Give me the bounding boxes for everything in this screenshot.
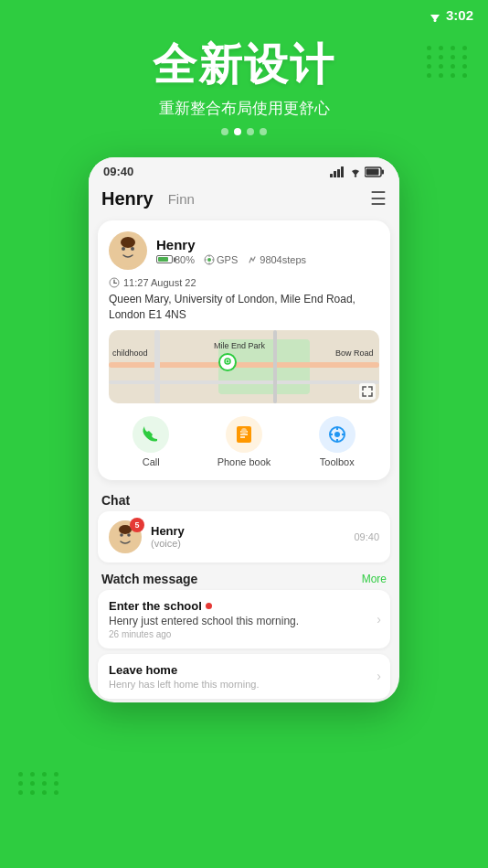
toolbox-icon xyxy=(327,424,347,445)
map-container[interactable]: childhood Mile End Park Bow Road xyxy=(109,330,379,403)
svg-rect-3 xyxy=(330,174,333,177)
signal-icon xyxy=(330,166,346,177)
phone-time: 09:40 xyxy=(103,165,133,178)
gps-label: GPS xyxy=(217,254,238,265)
battery-stat: 80% xyxy=(156,254,195,265)
red-dot-indicator xyxy=(206,603,212,609)
map-pin-icon xyxy=(222,357,233,368)
enter-school-title-text: Enter the school xyxy=(109,599,202,613)
svg-rect-6 xyxy=(341,166,344,177)
enter-school-title: Enter the school xyxy=(109,599,379,613)
enter-school-text: Henry just entered school this morning. xyxy=(109,615,379,627)
more-button[interactable]: More xyxy=(362,573,387,585)
steps-stat: 9804steps xyxy=(247,254,306,265)
phone-mockup: 09:40 xyxy=(89,157,399,702)
phone-battery-icon xyxy=(365,166,385,177)
dot-1[interactable] xyxy=(221,128,228,135)
battery-value: 80% xyxy=(175,254,195,265)
svg-point-25 xyxy=(227,359,229,362)
menu-icon[interactable]: ☰ xyxy=(370,188,387,209)
pagination-dots xyxy=(0,128,488,135)
watch-message-header: Watch message More xyxy=(89,568,399,590)
map-road-secondary xyxy=(109,380,379,384)
steps-value: 9804steps xyxy=(260,254,306,265)
chat-section-label: Chat xyxy=(89,488,399,511)
svg-point-2 xyxy=(433,19,436,22)
child-info-row: Henry 80% xyxy=(109,231,379,270)
chat-item[interactable]: 5 Henry (voice) 09:40 xyxy=(98,511,390,563)
phone-mockup-wrapper: 09:40 xyxy=(0,157,488,702)
watch-message-label: Watch message xyxy=(101,572,197,586)
svg-point-39 xyxy=(127,533,131,537)
enter-school-time: 26 minutes ago xyxy=(109,629,379,639)
deco-dots-left xyxy=(18,772,61,795)
map-label-park: Mile End Park xyxy=(214,341,265,350)
svg-point-38 xyxy=(120,533,123,537)
child-stats: 80% GPS xyxy=(156,254,306,265)
map-road-main xyxy=(109,362,379,368)
phonebook-button[interactable]: Phone book xyxy=(217,416,271,467)
location-time-text: 11:27 August 22 xyxy=(123,277,196,288)
svg-point-7 xyxy=(355,175,356,177)
clock-icon xyxy=(109,277,120,288)
hero-section: 全新设计 重新整合布局使用更舒心 xyxy=(0,27,488,143)
location-time: 11:27 August 22 xyxy=(109,277,379,288)
call-icon xyxy=(133,416,169,453)
svg-rect-10 xyxy=(366,168,379,175)
hero-subtitle: 重新整合布局使用更舒心 xyxy=(0,98,488,119)
toolbox-icon-wrap xyxy=(319,416,355,453)
phone-header: Henry Finn ☰ xyxy=(89,182,399,217)
phone-header-name: Henry xyxy=(101,188,154,209)
dot-2[interactable] xyxy=(234,128,241,135)
chat-name: Henry xyxy=(151,524,345,538)
toolbox-button[interactable]: Toolbox xyxy=(319,416,355,467)
expand-icon xyxy=(362,386,373,397)
status-bar: 3:02 xyxy=(0,0,488,27)
map-bg: childhood Mile End Park Bow Road xyxy=(109,330,379,403)
map-label-bow: Bow Road xyxy=(335,348,374,358)
map-road-v2 xyxy=(273,330,277,403)
svg-point-12 xyxy=(122,247,125,251)
svg-point-13 xyxy=(131,247,134,251)
steps-icon xyxy=(247,254,258,265)
dot-4[interactable] xyxy=(260,128,267,135)
call-label: Call xyxy=(143,456,160,467)
leave-home-sub: Henry has left home this morning. xyxy=(109,679,379,690)
child-name: Henry xyxy=(156,237,306,252)
svg-point-14 xyxy=(121,237,135,248)
location-addr: Queen Mary, University of London, Mile E… xyxy=(109,292,379,323)
child-details: Henry 80% xyxy=(156,237,306,265)
svg-point-30 xyxy=(241,428,247,434)
gps-stat: GPS xyxy=(204,254,238,265)
hero-title: 全新设计 xyxy=(0,36,488,94)
toolbox-label: Toolbox xyxy=(320,456,355,467)
svg-point-16 xyxy=(207,258,211,262)
svg-point-32 xyxy=(334,432,340,437)
dot-3[interactable] xyxy=(247,128,254,135)
child-face-icon xyxy=(111,233,145,268)
time-display: 3:02 xyxy=(446,7,473,23)
map-road-v1 xyxy=(154,330,160,403)
enter-school-card[interactable]: Enter the school Henry just entered scho… xyxy=(98,590,390,648)
phone-call-icon xyxy=(141,424,161,445)
leave-home-card[interactable]: Leave home Henry has left home this morn… xyxy=(98,654,390,699)
chat-time: 09:40 xyxy=(354,531,379,542)
phone-header-name2: Finn xyxy=(168,191,195,207)
chat-info: Henry (voice) xyxy=(151,524,345,549)
svg-rect-5 xyxy=(337,169,340,177)
phonebook-icon xyxy=(234,424,254,445)
svg-rect-4 xyxy=(334,171,336,177)
map-label-childhood: childhood xyxy=(112,348,148,358)
chevron-right-icon: › xyxy=(377,612,381,627)
phone-status-icons xyxy=(330,166,385,177)
wifi-icon xyxy=(428,9,442,22)
map-expand-button[interactable] xyxy=(359,383,376,400)
phonebook-icon-wrap xyxy=(226,416,262,453)
leave-home-chevron-icon: › xyxy=(377,669,381,683)
leave-home-title: Leave home xyxy=(109,663,379,677)
child-avatar xyxy=(109,231,147,270)
phone-status-bar: 09:40 xyxy=(89,157,399,182)
call-button[interactable]: Call xyxy=(133,416,169,467)
phone-wifi-icon xyxy=(349,166,362,177)
status-icons: 3:02 xyxy=(428,7,473,23)
